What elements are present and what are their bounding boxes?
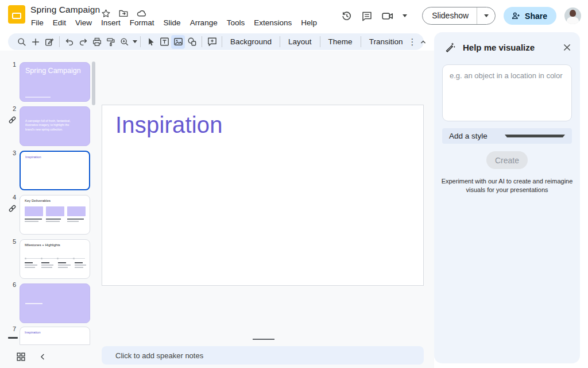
menubar: File Edit View Insert Format Slide Arran… bbox=[26, 17, 322, 29]
slideshow-button[interactable]: Slideshow bbox=[423, 7, 477, 24]
speaker-notes[interactable]: Click to add speaker notes bbox=[102, 346, 424, 365]
camera-dropdown-icon[interactable] bbox=[400, 8, 409, 24]
link-icon bbox=[7, 115, 17, 125]
slide-number: 4 bbox=[5, 194, 16, 201]
panel-header: Help me visualize bbox=[444, 40, 572, 54]
toolbar: Background Layout Theme Transition ⋮ bbox=[8, 33, 424, 50]
create-button[interactable]: Create bbox=[486, 151, 528, 169]
slide-number: 1 bbox=[5, 61, 16, 68]
header: Spring Campaign File Edit View Insert Fo… bbox=[0, 0, 588, 32]
thumb-6-caption-line bbox=[25, 303, 42, 304]
thumb-1-title: Spring Campaign bbox=[20, 63, 90, 75]
slide-thumbnail-4[interactable]: Key Deliverables bbox=[20, 195, 90, 235]
menu-arrange[interactable]: Arrange bbox=[185, 17, 222, 29]
slideshow-dropdown[interactable] bbox=[477, 7, 495, 25]
thumb-5-timeline bbox=[25, 258, 85, 259]
collapse-filmstrip-icon[interactable] bbox=[38, 352, 47, 361]
print-icon[interactable] bbox=[90, 35, 104, 49]
menu-format[interactable]: Format bbox=[125, 17, 159, 29]
zoom-control[interactable] bbox=[118, 35, 137, 49]
document-title[interactable]: Spring Campaign bbox=[30, 5, 100, 15]
layout-button[interactable]: Layout bbox=[283, 36, 317, 48]
zoom-icon bbox=[118, 35, 131, 49]
redo-icon[interactable] bbox=[76, 35, 90, 49]
slide-number: 3 bbox=[5, 150, 16, 156]
paint-format-icon[interactable] bbox=[104, 35, 118, 49]
person-add-icon bbox=[511, 11, 521, 21]
add-style-caret-icon bbox=[505, 135, 565, 137]
slide-thumbnail-2[interactable]: A campaign full of fresh, fantastical, i… bbox=[20, 106, 90, 146]
slide-thumbnail-7[interactable]: Inspiration bbox=[20, 327, 90, 345]
slide-number: 6 bbox=[5, 281, 16, 288]
thumb-4-deliverable-boxes bbox=[20, 202, 90, 222]
slide-filmstrip: 1 Spring Campaign 2 A campaign full of f… bbox=[0, 51, 101, 345]
select-cursor-icon[interactable] bbox=[144, 35, 157, 49]
textbox-icon[interactable] bbox=[157, 35, 171, 49]
slide-thumbnail-3-selected[interactable]: Inspiration bbox=[20, 151, 90, 190]
menu-view[interactable]: View bbox=[71, 17, 96, 29]
thumb-7-title: Inspiration bbox=[20, 327, 90, 334]
insert-shape-icon[interactable] bbox=[185, 35, 199, 49]
slide-number: 2 bbox=[5, 105, 16, 112]
menu-insert[interactable]: Insert bbox=[96, 17, 125, 29]
comments-icon[interactable] bbox=[359, 8, 375, 24]
help-me-visualize-panel: Help me visualize Add a style Create Exp… bbox=[434, 32, 580, 363]
slide-insert-indicator bbox=[8, 337, 18, 339]
share-button[interactable]: Share bbox=[504, 7, 556, 25]
add-style-label: Add a style bbox=[449, 132, 505, 140]
notes-resize-handle[interactable] bbox=[253, 339, 274, 340]
work-area: 1 Spring Campaign 2 A campaign full of f… bbox=[0, 51, 434, 368]
menu-file[interactable]: File bbox=[26, 17, 48, 29]
insert-comment-icon[interactable] bbox=[205, 35, 219, 49]
new-slide-icon[interactable] bbox=[29, 35, 42, 49]
collapse-toolbar-icon[interactable] bbox=[416, 35, 430, 49]
menu-help[interactable]: Help bbox=[296, 17, 322, 29]
account-avatar[interactable] bbox=[564, 7, 581, 24]
speaker-notes-placeholder: Click to add speaker notes bbox=[115, 351, 203, 360]
undo-icon[interactable] bbox=[63, 35, 76, 49]
slide-number: 5 bbox=[5, 238, 16, 245]
panel-title: Help me visualize bbox=[463, 43, 562, 52]
thumb-4-title: Key Deliverables bbox=[20, 195, 90, 202]
google-slides-app: Spring Campaign File Edit View Insert Fo… bbox=[0, 0, 588, 368]
templates-icon[interactable] bbox=[42, 35, 56, 49]
slide-thumbnail-6[interactable] bbox=[20, 283, 90, 323]
meet-camera-icon[interactable] bbox=[380, 8, 396, 24]
toolbar-more-icon[interactable]: ⋮ bbox=[408, 37, 416, 47]
background-button[interactable]: Background bbox=[225, 36, 277, 48]
menu-edit[interactable]: Edit bbox=[48, 17, 71, 29]
thumb-5-milestones bbox=[25, 262, 88, 268]
transition-button[interactable]: Transition bbox=[364, 36, 408, 48]
thumb-2-body: A campaign full of fresh, fantastical, i… bbox=[20, 107, 72, 132]
slide-canvas[interactable]: Inspiration bbox=[102, 105, 424, 286]
search-icon[interactable] bbox=[15, 35, 29, 49]
slide-number: 7 bbox=[5, 325, 16, 332]
slide-title-text[interactable]: Inspiration bbox=[115, 112, 223, 138]
filmstrip-scrollbar[interactable] bbox=[92, 62, 95, 105]
menu-slide[interactable]: Slide bbox=[159, 17, 185, 29]
close-panel-icon[interactable] bbox=[562, 43, 572, 52]
panel-caption: Experiment with our AI to create and rei… bbox=[440, 177, 574, 194]
slideshow-split-button: Slideshow bbox=[422, 7, 496, 25]
version-history-icon[interactable] bbox=[338, 8, 354, 24]
header-right-actions: Slideshow Share bbox=[338, 7, 581, 25]
menu-extensions[interactable]: Extensions bbox=[249, 17, 296, 29]
slides-logo-glyph bbox=[12, 13, 21, 19]
thumb-5-title: Milestones + Highlights bbox=[20, 240, 90, 247]
visualize-prompt-input[interactable] bbox=[442, 64, 572, 121]
theme-button[interactable]: Theme bbox=[323, 36, 358, 48]
thumb-1-caption-line bbox=[25, 97, 51, 98]
slides-logo[interactable] bbox=[8, 5, 25, 24]
menu-tools[interactable]: Tools bbox=[222, 17, 250, 29]
thumb-3-title: Inspiration bbox=[21, 152, 89, 159]
slide-thumbnail-5[interactable]: Milestones + Highlights bbox=[20, 239, 90, 279]
slide-thumbnail-1[interactable]: Spring Campaign bbox=[20, 62, 90, 102]
filmstrip-footer bbox=[0, 345, 101, 368]
add-style-dropdown[interactable]: Add a style bbox=[442, 128, 572, 144]
grid-view-icon[interactable] bbox=[16, 352, 26, 362]
magic-wand-icon bbox=[444, 41, 456, 53]
insert-image-icon[interactable] bbox=[171, 35, 185, 49]
share-label: Share bbox=[525, 12, 547, 21]
zoom-dropdown-icon bbox=[133, 40, 137, 43]
link-icon bbox=[7, 204, 17, 213]
